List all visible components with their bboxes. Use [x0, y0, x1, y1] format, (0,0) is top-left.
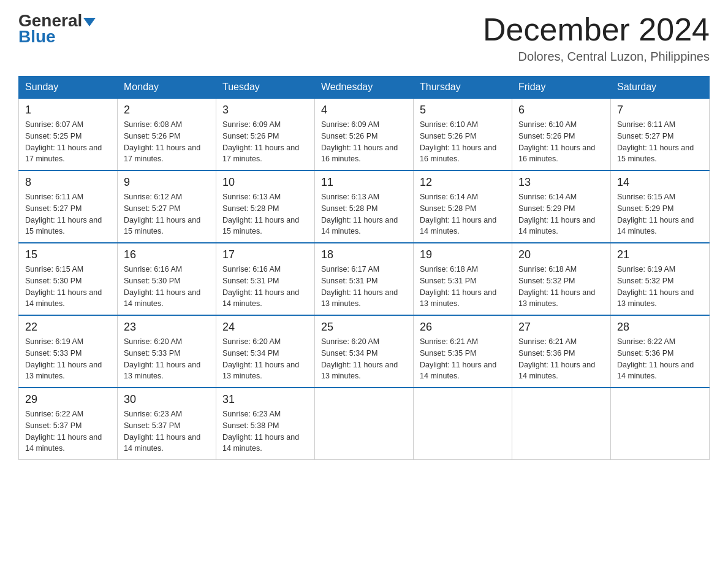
calendar-cell: 1Sunrise: 6:07 AMSunset: 5:25 PMDaylight…: [19, 98, 118, 170]
calendar-week-2: 8Sunrise: 6:11 AMSunset: 5:27 PMDaylight…: [19, 170, 710, 243]
calendar-cell: 22Sunrise: 6:19 AMSunset: 5:33 PMDayligh…: [19, 315, 118, 388]
day-number: 19: [420, 248, 506, 261]
calendar-cell: 28Sunrise: 6:22 AMSunset: 5:36 PMDayligh…: [611, 315, 710, 388]
day-number: 31: [222, 393, 308, 406]
calendar-cell: 2Sunrise: 6:08 AMSunset: 5:26 PMDaylight…: [118, 98, 216, 170]
calendar-header: SundayMondayTuesdayWednesdayThursdayFrid…: [19, 77, 710, 99]
weekday-header-sunday: Sunday: [19, 77, 118, 99]
calendar-cell: 11Sunrise: 6:13 AMSunset: 5:28 PMDayligh…: [315, 170, 414, 243]
calendar-cell: 21Sunrise: 6:19 AMSunset: 5:32 PMDayligh…: [611, 243, 710, 315]
day-number: 3: [222, 104, 308, 117]
day-info: Sunrise: 6:23 AMSunset: 5:37 PMDaylight:…: [124, 408, 210, 454]
logo-triangle-icon: [83, 18, 96, 26]
day-info: Sunrise: 6:16 AMSunset: 5:31 PMDaylight:…: [222, 264, 308, 310]
day-info: Sunrise: 6:09 AMSunset: 5:26 PMDaylight:…: [222, 119, 308, 165]
calendar-cell: 19Sunrise: 6:18 AMSunset: 5:31 PMDayligh…: [414, 243, 512, 315]
calendar-cell: 24Sunrise: 6:20 AMSunset: 5:34 PMDayligh…: [216, 315, 315, 388]
weekday-header-row: SundayMondayTuesdayWednesdayThursdayFrid…: [19, 77, 710, 99]
day-number: 10: [222, 176, 308, 189]
day-number: 7: [617, 104, 703, 117]
day-info: Sunrise: 6:15 AMSunset: 5:29 PMDaylight:…: [617, 191, 703, 237]
calendar-cell: 7Sunrise: 6:11 AMSunset: 5:27 PMDaylight…: [611, 98, 710, 170]
calendar-cell: 16Sunrise: 6:16 AMSunset: 5:30 PMDayligh…: [118, 243, 216, 315]
day-info: Sunrise: 6:22 AMSunset: 5:37 PMDaylight:…: [25, 408, 111, 454]
day-number: 26: [420, 321, 506, 334]
calendar-cell: 23Sunrise: 6:20 AMSunset: 5:33 PMDayligh…: [118, 315, 216, 388]
day-info: Sunrise: 6:12 AMSunset: 5:27 PMDaylight:…: [124, 191, 210, 237]
day-number: 1: [25, 104, 111, 117]
calendar-cell: 10Sunrise: 6:13 AMSunset: 5:28 PMDayligh…: [216, 170, 315, 243]
day-number: 15: [25, 248, 111, 261]
calendar-cell: 15Sunrise: 6:15 AMSunset: 5:30 PMDayligh…: [19, 243, 118, 315]
day-info: Sunrise: 6:20 AMSunset: 5:34 PMDaylight:…: [222, 336, 308, 382]
day-number: 6: [518, 104, 604, 117]
day-number: 11: [321, 176, 407, 189]
day-number: 23: [124, 321, 210, 334]
calendar-week-5: 29Sunrise: 6:22 AMSunset: 5:37 PMDayligh…: [19, 388, 710, 460]
day-number: 4: [321, 104, 407, 117]
calendar-body: 1Sunrise: 6:07 AMSunset: 5:25 PMDaylight…: [19, 98, 710, 460]
day-number: 18: [321, 248, 407, 261]
day-number: 21: [617, 248, 703, 261]
day-number: 16: [124, 248, 210, 261]
day-number: 5: [420, 104, 506, 117]
day-info: Sunrise: 6:22 AMSunset: 5:36 PMDaylight:…: [617, 336, 703, 382]
day-info: Sunrise: 6:20 AMSunset: 5:34 PMDaylight:…: [321, 336, 407, 382]
day-number: 2: [124, 104, 210, 117]
day-info: Sunrise: 6:13 AMSunset: 5:28 PMDaylight:…: [222, 191, 308, 237]
calendar-week-3: 15Sunrise: 6:15 AMSunset: 5:30 PMDayligh…: [19, 243, 710, 315]
calendar-cell: 9Sunrise: 6:12 AMSunset: 5:27 PMDaylight…: [118, 170, 216, 243]
day-info: Sunrise: 6:21 AMSunset: 5:36 PMDaylight:…: [518, 336, 604, 382]
day-number: 20: [518, 248, 604, 261]
calendar-week-4: 22Sunrise: 6:19 AMSunset: 5:33 PMDayligh…: [19, 315, 710, 388]
page-header: General Blue December 2024 Dolores, Cent…: [18, 12, 710, 64]
logo: General Blue: [18, 12, 96, 45]
day-info: Sunrise: 6:23 AMSunset: 5:38 PMDaylight:…: [222, 408, 308, 454]
logo-blue-text: Blue: [18, 28, 56, 45]
day-number: 25: [321, 321, 407, 334]
calendar-cell: 5Sunrise: 6:10 AMSunset: 5:26 PMDaylight…: [414, 98, 512, 170]
day-info: Sunrise: 6:07 AMSunset: 5:25 PMDaylight:…: [25, 119, 111, 165]
calendar-cell: 30Sunrise: 6:23 AMSunset: 5:37 PMDayligh…: [118, 388, 216, 460]
calendar-cell: 18Sunrise: 6:17 AMSunset: 5:31 PMDayligh…: [315, 243, 414, 315]
day-info: Sunrise: 6:09 AMSunset: 5:26 PMDaylight:…: [321, 119, 407, 165]
calendar-cell: [512, 388, 611, 460]
weekday-header-wednesday: Wednesday: [315, 77, 414, 99]
calendar-cell: 17Sunrise: 6:16 AMSunset: 5:31 PMDayligh…: [216, 243, 315, 315]
day-info: Sunrise: 6:11 AMSunset: 5:27 PMDaylight:…: [617, 119, 703, 165]
calendar-cell: 8Sunrise: 6:11 AMSunset: 5:27 PMDaylight…: [19, 170, 118, 243]
day-number: 9: [124, 176, 210, 189]
weekday-header-monday: Monday: [118, 77, 216, 99]
day-number: 29: [25, 393, 111, 406]
month-title: December 2024: [483, 12, 710, 47]
day-info: Sunrise: 6:13 AMSunset: 5:28 PMDaylight:…: [321, 191, 407, 237]
day-info: Sunrise: 6:10 AMSunset: 5:26 PMDaylight:…: [518, 119, 604, 165]
calendar-cell: 31Sunrise: 6:23 AMSunset: 5:38 PMDayligh…: [216, 388, 315, 460]
day-info: Sunrise: 6:19 AMSunset: 5:33 PMDaylight:…: [25, 336, 111, 382]
day-number: 30: [124, 393, 210, 406]
calendar-cell: 14Sunrise: 6:15 AMSunset: 5:29 PMDayligh…: [611, 170, 710, 243]
calendar-cell: 6Sunrise: 6:10 AMSunset: 5:26 PMDaylight…: [512, 98, 611, 170]
calendar-cell: [315, 388, 414, 460]
weekday-header-saturday: Saturday: [611, 77, 710, 99]
day-number: 13: [518, 176, 604, 189]
location-title: Dolores, Central Luzon, Philippines: [483, 50, 710, 64]
day-number: 22: [25, 321, 111, 334]
day-number: 27: [518, 321, 604, 334]
day-number: 14: [617, 176, 703, 189]
day-number: 8: [25, 176, 111, 189]
day-number: 17: [222, 248, 308, 261]
day-info: Sunrise: 6:21 AMSunset: 5:35 PMDaylight:…: [420, 336, 506, 382]
day-info: Sunrise: 6:16 AMSunset: 5:30 PMDaylight:…: [124, 264, 210, 310]
day-info: Sunrise: 6:18 AMSunset: 5:32 PMDaylight:…: [518, 264, 604, 310]
calendar-cell: 20Sunrise: 6:18 AMSunset: 5:32 PMDayligh…: [512, 243, 611, 315]
title-area: December 2024 Dolores, Central Luzon, Ph…: [483, 12, 710, 64]
day-info: Sunrise: 6:17 AMSunset: 5:31 PMDaylight:…: [321, 264, 407, 310]
calendar-cell: 29Sunrise: 6:22 AMSunset: 5:37 PMDayligh…: [19, 388, 118, 460]
calendar-cell: 3Sunrise: 6:09 AMSunset: 5:26 PMDaylight…: [216, 98, 315, 170]
day-info: Sunrise: 6:14 AMSunset: 5:28 PMDaylight:…: [420, 191, 506, 237]
day-number: 28: [617, 321, 703, 334]
calendar-week-1: 1Sunrise: 6:07 AMSunset: 5:25 PMDaylight…: [19, 98, 710, 170]
day-number: 24: [222, 321, 308, 334]
calendar-cell: 26Sunrise: 6:21 AMSunset: 5:35 PMDayligh…: [414, 315, 512, 388]
